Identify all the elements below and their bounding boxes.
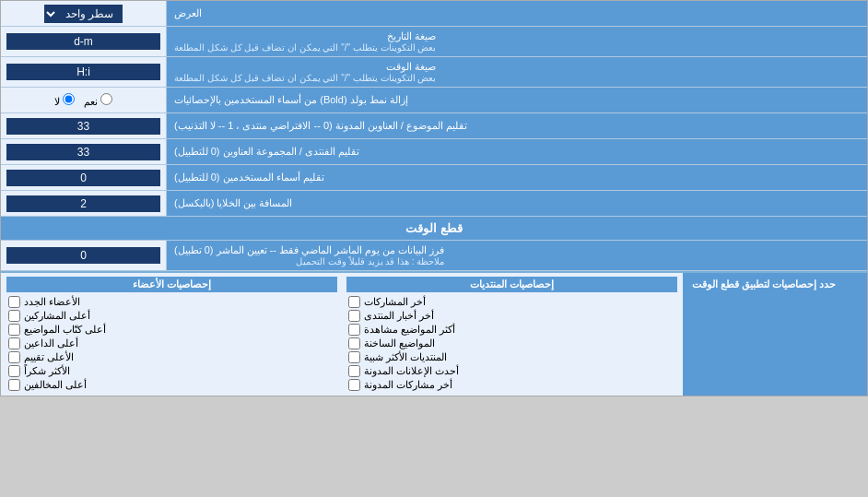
usernames-order-label: تقليم أسماء المستخدمين (0 للتطبيل): [167, 165, 867, 190]
usernames-order-row: تقليم أسماء المستخدمين (0 للتطبيل): [1, 165, 867, 191]
date-format-cell: [1, 27, 167, 56]
list-item: الأعلى تقييم: [6, 350, 337, 364]
date-format-label: صيغة التاريخبعض التكوينات يتطلب "/" التي…: [167, 27, 867, 56]
display-type-select[interactable]: سطر واحد سطرين ثلاثة أسطر: [44, 5, 123, 23]
main-container: العرض سطر واحد سطرين ثلاثة أسطر صيغة الت…: [0, 0, 868, 396]
cb-top-rated[interactable]: [8, 351, 20, 363]
date-format-row: صيغة التاريخبعض التكوينات يتطلب "/" التي…: [1, 27, 867, 57]
usernames-order-input[interactable]: [6, 170, 160, 186]
checkboxes-groups: إحصاصيات المنتديات أخر المشاركات أخر أخب…: [1, 273, 683, 396]
cb-top-warned[interactable]: [8, 379, 20, 391]
bold-remove-label: إزالة نمط بولد (Bold) من أسماء المستخدمي…: [167, 88, 867, 112]
cb-group-members: إحصاصيات الأعضاء الأعضاء الجدد أعلى المش…: [6, 277, 337, 392]
list-item: أحدث الإعلانات المدونة: [346, 364, 677, 378]
cuttime-days-label: فرز البيانات من يوم الماشر الماضي فقط --…: [167, 241, 867, 270]
cb-last-news[interactable]: [348, 310, 360, 322]
date-format-input[interactable]: [6, 33, 160, 50]
forum-order-input[interactable]: [6, 144, 160, 160]
cb-new-members[interactable]: [8, 296, 20, 308]
cb-most-thanked[interactable]: [8, 365, 20, 377]
list-item: أكثر المواضيع مشاهدة: [346, 323, 677, 337]
usernames-order-cell: [1, 165, 167, 190]
topic-order-row: تقليم الموضوع / العناوين المدونة (0 -- ا…: [1, 113, 867, 139]
list-item: أعلى كتّاب المواضيع: [6, 323, 337, 337]
forum-order-row: تقليم الفنتدى / المجموعة العناوين (0 للت…: [1, 139, 867, 165]
time-format-cell: [1, 57, 167, 87]
display-type-row: العرض سطر واحد سطرين ثلاثة أسطر: [1, 1, 867, 27]
forum-order-cell: [1, 139, 167, 164]
cb-popular-forums[interactable]: [348, 351, 360, 363]
bold-no-radio[interactable]: [63, 93, 75, 105]
cb-most-viewed[interactable]: [348, 324, 360, 336]
cb-top-inviters[interactable]: [8, 337, 20, 349]
bold-no-label: لا: [54, 93, 75, 108]
cb-group-forums-header: إحصاصيات المنتديات: [346, 277, 677, 292]
list-item: الأكثر شكراً: [6, 364, 337, 378]
cuttime-days-input[interactable]: [6, 247, 160, 264]
distance-input[interactable]: [6, 195, 160, 212]
display-type-cell: سطر واحد سطرين ثلاثة أسطر: [1, 1, 167, 26]
distance-label: المسافة بين الخلايا (بالبكسل): [167, 191, 867, 216]
time-format-row: صيغة الوقتبعض التكوينات يتطلب "/" التي ي…: [1, 57, 867, 88]
list-item: أخر مشاركات المدونة: [346, 378, 677, 392]
checkboxes-section: حدد إحصاصيات لتطبيق قطع الوقت إحصاصيات ا…: [1, 271, 867, 396]
bold-remove-cell: نعم لا: [1, 88, 167, 112]
bold-yes-radio[interactable]: [100, 93, 112, 105]
bold-remove-row: إزالة نمط بولد (Bold) من أسماء المستخدمي…: [1, 88, 867, 113]
cb-last-posts[interactable]: [348, 296, 360, 308]
cb-group-forums: إحصاصيات المنتديات أخر المشاركات أخر أخب…: [346, 277, 677, 392]
distance-row: المسافة بين الخلايا (بالبكسل): [1, 191, 867, 217]
list-item: المنتديات الأكثر شبية: [346, 350, 677, 364]
cb-hot-topics[interactable]: [348, 337, 360, 349]
cuttime-days-row: فرز البيانات من يوم الماشر الماضي فقط --…: [1, 241, 867, 271]
cuttime-section-header: قطع الوقت: [1, 217, 867, 241]
bold-yes-label: نعم: [84, 93, 112, 108]
list-item: الأعضاء الجدد: [6, 295, 337, 309]
time-format-label: صيغة الوقتبعض التكوينات يتطلب "/" التي ي…: [167, 57, 867, 87]
list-item: أعلى الداعين: [6, 337, 337, 350]
cuttime-days-cell: [1, 241, 167, 270]
cb-latest-announcements[interactable]: [348, 365, 360, 377]
time-format-input[interactable]: [6, 64, 160, 80]
list-item: أخر المشاركات: [346, 295, 677, 309]
topic-order-cell: [1, 113, 167, 138]
forum-order-label: تقليم الفنتدى / المجموعة العناوين (0 للت…: [167, 139, 867, 164]
list-item: المواضيع الساخنة: [346, 337, 677, 350]
display-type-label: العرض: [167, 1, 867, 26]
topic-order-label: تقليم الموضوع / العناوين المدونة (0 -- ا…: [167, 113, 867, 138]
list-item: أعلى المشاركين: [6, 309, 337, 323]
cb-top-topic-writers[interactable]: [8, 324, 20, 336]
list-item: أعلى المخالفين: [6, 378, 337, 392]
distance-cell: [1, 191, 167, 216]
cb-last-blog-posts[interactable]: [348, 379, 360, 391]
cb-top-posters[interactable]: [8, 310, 20, 322]
checkboxes-section-label: حدد إحصاصيات لتطبيق قطع الوقت: [683, 273, 867, 396]
cb-group-members-header: إحصاصيات الأعضاء: [6, 277, 337, 292]
topic-order-input[interactable]: [6, 118, 160, 135]
list-item: أخر أخبار المنتدى: [346, 309, 677, 323]
